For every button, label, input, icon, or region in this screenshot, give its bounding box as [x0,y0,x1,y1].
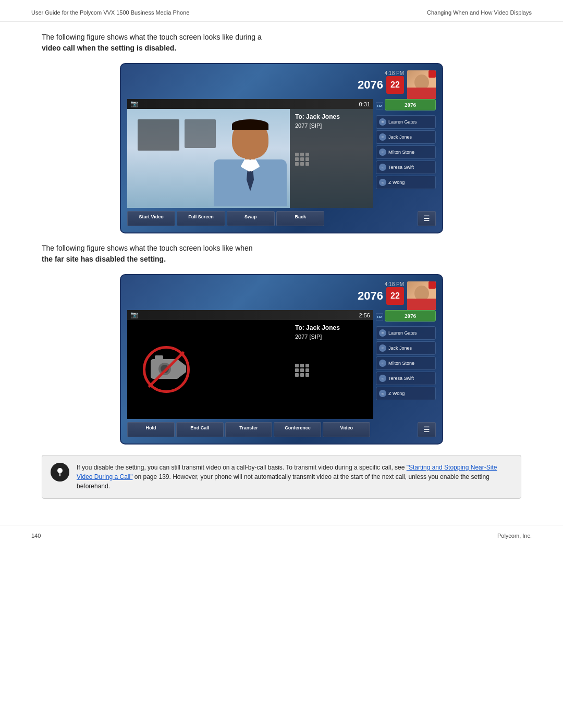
screen2-button-bar: Hold End Call Transfer Conference Video … [127,422,436,437]
screen1-btn-spacer [326,211,416,226]
intro-text-1: The following figure shows what the touc… [42,32,521,54]
screen1-contact-icon-lauren: ≈ [379,118,386,126]
screen1-hd-icon: HD [376,102,383,109]
screen2-btn-conference[interactable]: Conference [274,422,321,437]
screen1-contact-lauren[interactable]: ≈ Lauren Gates [376,115,436,129]
screen1-contact-icon-jack: ≈ [379,133,386,141]
screen1-camera-icon: 📷 [130,100,138,108]
screen2-btn-video[interactable]: Video [323,422,370,437]
screen1-video-feed: To: Jack Jones 2077 [SIP] [127,109,373,208]
footer-page-num: 140 [31,533,41,539]
screen1-btn-menu[interactable]: ☰ [418,211,436,226]
screen2-call-sip: 2077 [SIP] [295,334,368,340]
screen2-call-to: To: Jack Jones [295,324,368,331]
note-box: If you disable the setting, you can stil… [42,455,521,499]
svg-rect-6 [59,473,60,476]
screen2-timer: 2:56 [359,312,370,318]
screen1-self-ext[interactable]: 2076 [385,99,436,110]
intro-text-2: The following figure shows what the touc… [42,243,521,265]
screen2-video-header: 📷 2:56 [127,310,373,320]
screen1-btn-back[interactable]: Back [276,211,324,226]
screen1-call-overlay: To: Jack Jones 2077 [SIP] [290,109,373,208]
screen1-btn-fullscreen[interactable]: Full Screen [177,211,225,226]
screen2-contact-icon-zwong: ≈ [379,390,386,397]
screen2-contact-lauren[interactable]: ≈ Lauren Gates [376,326,436,340]
screen1-video-header: 📷 0:31 [127,99,373,109]
screen2-video-area: To: Jack Jones 2077 [SIP] [127,320,373,419]
screen1-time: 4:18 PM [385,70,404,76]
screen2-btn-endcall[interactable]: End Call [176,422,224,437]
screen1-call-sip: 2077 [SIP] [295,122,368,129]
screen2-camera-icon: 📷 [130,311,138,319]
screen2-self-ext[interactable]: 2076 [385,310,436,322]
screen2-date-badge: 22 [386,287,404,305]
footer-company: Polycom, Inc. [497,533,532,539]
svg-point-5 [57,468,63,473]
note-icon [51,463,69,482]
screen1-avatar [407,70,436,99]
screen1-inner: 📷 0:31 [127,99,436,208]
screen2-contact-milton[interactable]: ≈ Milton Stone [376,356,436,370]
screen1-contact-teresa[interactable]: ≈ Teresa Swift [376,161,436,174]
screen2-inner: 📷 2:56 [127,310,436,419]
screen2-btn-transfer[interactable]: Transfer [225,422,273,437]
screen1-btn-swap[interactable]: Swap [227,211,275,226]
screen2-call-overlay: To: Jack Jones 2077 [SIP] [290,320,373,419]
screen2-status: 4:18 PM 2076 22 [358,281,404,305]
screen1-contact-jack[interactable]: ≈ Jack Jones [376,130,436,144]
screen2-contact-icon-lauren: ≈ [379,329,386,337]
screen1-contact-milton[interactable]: ≈ Milton Stone [376,145,436,159]
screen1-contact-icon-milton: ≈ [379,149,386,156]
screen1-status: 4:18 PM 2076 22 [358,70,404,94]
page-header: User Guide for the Polycom VVX 1500 Busi… [0,0,563,21]
screen1-keypad-icon [295,150,368,166]
screen2-contact-zwong[interactable]: ≈ Z Wong [376,387,436,400]
header-right: Changing When and How Video Displays [427,9,532,16]
screen1-main: 📷 0:31 [127,99,373,208]
phone-screen-1: 4:18 PM 2076 22 📷 0:3 [120,63,443,233]
screen2-hd-icon: HD [376,313,383,320]
screen1-date-badge: 22 [386,76,404,94]
screen2-btn-hold[interactable]: Hold [127,422,175,437]
screen2-hd-row: HD 2076 [376,310,436,323]
screen2-btn-menu[interactable]: ☰ [418,422,436,437]
screen1-sidebar: HD 2076 ≈ Lauren Gates ≈ Jack Jones ≈ Mi… [376,99,436,208]
screen2-contact-icon-teresa: ≈ [379,375,386,382]
screen1-button-bar: Start Video Full Screen Swap Back ☰ [127,211,436,226]
screen2-main: 📷 2:56 [127,310,373,419]
header-left: User Guide for the Polycom VVX 1500 Busi… [31,9,189,16]
screen1-btn-startvideo[interactable]: Start Video [127,211,175,226]
screen2-contact-icon-jack: ≈ [379,344,386,352]
screen1-call-to: To: Jack Jones [295,113,368,120]
screen1-extension: 2076 [358,78,383,92]
screen1-contact-icon-teresa: ≈ [379,164,386,171]
screen2-keypad-icon [295,361,368,377]
screen2-contact-teresa[interactable]: ≈ Teresa Swift [376,372,436,385]
screen2-extension: 2076 [358,289,383,303]
screen1-top-row: 4:18 PM 2076 22 [127,70,436,99]
screen2-time: 4:18 PM [385,281,404,287]
screen2-btn-spacer [372,422,416,437]
screen2-contact-icon-milton: ≈ [379,360,386,367]
screen1-timer: 0:31 [359,101,370,107]
screen2-no-video-icon [143,346,190,393]
screen2-top-row: 4:18 PM 2076 22 [127,281,436,310]
screen2-contact-jack[interactable]: ≈ Jack Jones [376,341,436,355]
screen1-hd-row: HD 2076 [376,99,436,112]
screen1-contact-icon-zwong: ≈ [379,179,386,186]
screen2-avatar [407,281,436,310]
screen2-sidebar: HD 2076 ≈ Lauren Gates ≈ Jack Jones ≈ Mi… [376,310,436,419]
page-footer: 140 Polycom, Inc. [0,525,563,544]
screen1-contact-zwong[interactable]: ≈ Z Wong [376,176,436,189]
page-content: The following figure shows what the touc… [0,21,563,514]
phone-screen-2: 4:18 PM 2076 22 📷 2:5 [120,274,443,445]
note-text: If you disable the setting, you can stil… [77,463,512,491]
